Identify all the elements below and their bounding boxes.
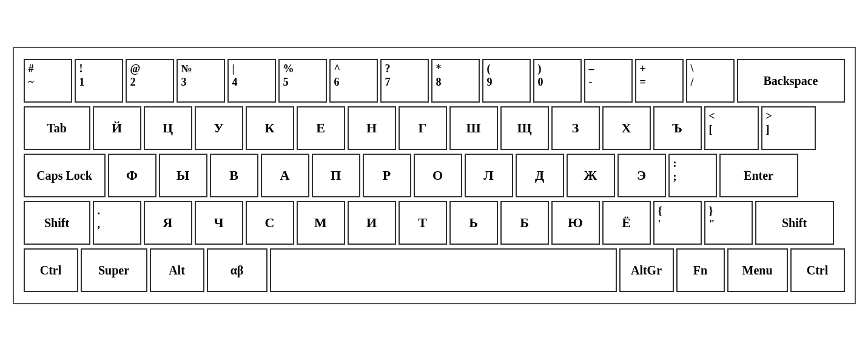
key-cy-z-label: З: [572, 120, 579, 136]
key-cy-hard-label: Ъ: [672, 120, 682, 136]
key-enter[interactable]: Enter: [719, 154, 798, 197]
key-7[interactable]: ?7: [380, 59, 429, 103]
key-2-bottom: 2: [130, 76, 136, 89]
key-ctrl-l[interactable]: Ctrl: [24, 248, 78, 292]
key-cy-soft[interactable]: Ь: [449, 201, 498, 245]
key-cy-d[interactable]: Д: [516, 154, 564, 197]
key-cy-z[interactable]: З: [551, 106, 600, 150]
key-menu[interactable]: Menu: [727, 248, 788, 292]
key-cy-c[interactable]: Ц: [144, 106, 192, 150]
key-cy-sh-label: Ш: [466, 120, 480, 136]
key-row-row5: CtrlSuperAltαβAltGrFnMenuCtrl: [24, 248, 845, 292]
key-7-bottom: 7: [385, 76, 391, 89]
key-tab-label: Tab: [47, 121, 67, 135]
key-3[interactable]: №3: [177, 59, 225, 103]
key-cy-d-label: Д: [535, 168, 544, 183]
key-cy-c-label: Ц: [163, 120, 173, 136]
key-cy-k-label: К: [265, 120, 275, 136]
key-minus-bottom: -: [589, 76, 593, 89]
key-cy-shch[interactable]: Щ: [500, 106, 549, 150]
key-altgr[interactable]: AltGr: [619, 248, 674, 292]
key-1[interactable]: !1: [75, 59, 123, 103]
key-6[interactable]: ^6: [329, 59, 378, 103]
key-shift-l[interactable]: Shift: [24, 201, 90, 245]
key-cy-ya-label: Я: [163, 215, 173, 231]
key-cy-ya[interactable]: Я: [144, 201, 192, 245]
key-6-bottom: 6: [334, 76, 340, 89]
key-cy-s[interactable]: С: [246, 201, 294, 245]
key-space[interactable]: [270, 248, 617, 292]
key-equals-top: +: [640, 63, 646, 76]
key-cy-e[interactable]: Э: [617, 154, 666, 197]
key-cy-i-label: И: [366, 215, 377, 231]
key-ctrl-r[interactable]: Ctrl: [790, 248, 845, 292]
key-ctrl-l-label: Ctrl: [40, 263, 62, 278]
key-cy-k[interactable]: К: [246, 106, 294, 150]
key-minus-top: –: [589, 63, 594, 76]
key-cy-a[interactable]: А: [261, 154, 309, 197]
key-cy-v[interactable]: В: [210, 154, 258, 197]
key-4[interactable]: |4: [227, 59, 276, 103]
key-cy-b[interactable]: Б: [500, 201, 549, 245]
key-dot-comma[interactable]: .,: [93, 201, 141, 245]
key-cy-x[interactable]: Х: [602, 106, 651, 150]
key-caps[interactable]: Caps Lock: [24, 154, 106, 197]
key-cy-sh[interactable]: Ш: [449, 106, 498, 150]
key-bracket-l[interactable]: <[: [704, 106, 759, 150]
key-menu-label: Menu: [742, 263, 773, 278]
key-tilde-bottom: ~: [29, 76, 34, 89]
key-cy-l-label: Л: [483, 168, 493, 183]
key-ab[interactable]: αβ: [207, 248, 267, 292]
key-cy-ye[interactable]: Е: [297, 106, 345, 150]
key-minus[interactable]: –-: [584, 59, 633, 103]
key-brace-l[interactable]: {': [653, 201, 702, 245]
key-8[interactable]: *8: [431, 59, 480, 103]
key-tab[interactable]: Tab: [24, 106, 90, 150]
key-cy-yu[interactable]: Ю: [551, 201, 600, 245]
key-backspace[interactable]: Backspace: [737, 59, 845, 103]
key-0[interactable]: )0: [533, 59, 582, 103]
key-colon-bottom: ;: [673, 171, 677, 184]
key-alt-label: Alt: [169, 263, 185, 278]
key-colon[interactable]: :;: [668, 154, 717, 197]
key-backslash[interactable]: \/: [686, 59, 735, 103]
key-cy-hard[interactable]: Ъ: [653, 106, 702, 150]
key-cy-g[interactable]: Г: [399, 106, 447, 150]
key-2[interactable]: @2: [126, 59, 174, 103]
key-brace-r-bottom: ": [709, 218, 715, 231]
key-brace-r-top: }: [709, 205, 713, 218]
key-fn-label: Fn: [693, 263, 707, 278]
key-9[interactable]: (9: [482, 59, 531, 103]
key-cy-yu-label: Ю: [568, 215, 583, 231]
key-cy-o[interactable]: О: [414, 154, 462, 197]
key-5[interactable]: %5: [278, 59, 327, 103]
key-cy-u-label: У: [214, 120, 223, 136]
key-tilde-top: #: [29, 63, 34, 76]
key-brace-r[interactable]: }": [704, 201, 753, 245]
key-cy-y[interactable]: Ы: [159, 154, 207, 197]
key-super[interactable]: Super: [81, 248, 147, 292]
key-cy-t[interactable]: Т: [399, 201, 447, 245]
key-cy-m[interactable]: М: [297, 201, 345, 245]
key-cy-i[interactable]: И: [348, 201, 396, 245]
key-bracket-r[interactable]: >]: [761, 106, 816, 150]
key-equals[interactable]: +=: [635, 59, 684, 103]
key-cy-s-label: С: [265, 215, 275, 231]
key-cy-n[interactable]: Н: [348, 106, 396, 150]
key-tilde[interactable]: #~: [24, 59, 72, 103]
key-cy-f[interactable]: Ф: [108, 154, 156, 197]
key-cy-l[interactable]: Л: [465, 154, 513, 197]
key-cy-yo[interactable]: Ё: [602, 201, 651, 245]
key-backslash-top: \: [691, 63, 694, 76]
key-alt[interactable]: Alt: [150, 248, 204, 292]
key-0-top: ): [538, 63, 542, 76]
key-cy-ch[interactable]: Ч: [195, 201, 243, 245]
key-cy-r[interactable]: Р: [363, 154, 411, 197]
key-cy-zh[interactable]: Ж: [567, 154, 615, 197]
key-row-row1: #~!1@2№3|4%5^6?7*8(9)0–-+=\/Backspace: [24, 59, 845, 103]
key-fn[interactable]: Fn: [676, 248, 725, 292]
key-cy-p[interactable]: П: [312, 154, 360, 197]
key-cy-u[interactable]: У: [195, 106, 243, 150]
key-shift-r[interactable]: Shift: [755, 201, 834, 245]
key-cy-j[interactable]: Й: [93, 106, 141, 150]
